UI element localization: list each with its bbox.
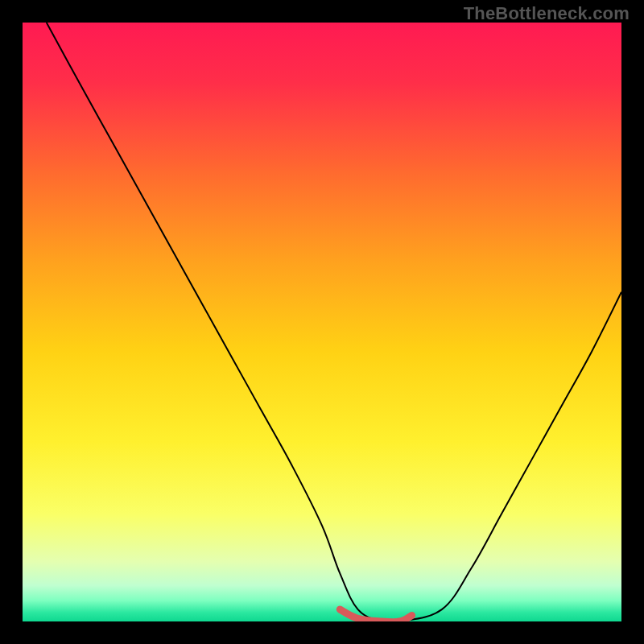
bottleneck-curve <box>23 23 621 621</box>
highlight-path <box>340 609 411 621</box>
watermark-text: TheBottleneck.com <box>464 3 630 24</box>
chart-frame <box>23 23 621 621</box>
curve-path <box>47 23 621 621</box>
